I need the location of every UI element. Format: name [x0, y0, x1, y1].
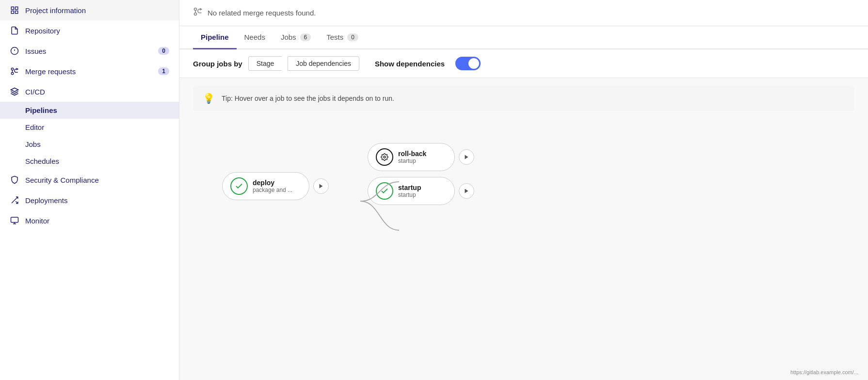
svg-point-8 [11, 72, 14, 75]
tabs-row: Pipeline Needs Jobs 6 Tests 0 [179, 26, 868, 49]
sidebar: Project information Repository Issues 0 … [0, 0, 179, 380]
sidebar-item-label: Merge requests [25, 67, 76, 76]
deploy-status-icon [230, 177, 248, 195]
sidebar-item-repository[interactable]: Repository [0, 20, 179, 41]
sidebar-sub-label: Editor [25, 123, 44, 131]
tab-jobs-label: Jobs [281, 33, 296, 41]
svg-marker-19 [465, 189, 468, 193]
rollback-stage: startup [398, 158, 426, 164]
job-node-startup: startup startup [368, 177, 455, 205]
sidebar-item-label: CI/CD [25, 88, 45, 96]
svg-point-15 [194, 13, 197, 16]
rollback-name: roll-back [398, 150, 426, 158]
sidebar-sub-label: Pipelines [25, 106, 57, 114]
tab-tests-badge: 0 [347, 33, 358, 41]
tip-box: 💡 Tip: Hover over a job to see the jobs … [193, 86, 854, 111]
right-column: roll-back startup st [368, 143, 474, 205]
sidebar-item-security-compliance[interactable]: Security & Compliance [0, 170, 179, 190]
tab-pipeline-label: Pipeline [201, 33, 229, 41]
sidebar-item-label: Security & Compliance [25, 176, 99, 184]
deployments-icon [10, 195, 19, 205]
svg-point-7 [11, 68, 14, 70]
rollback-play-button[interactable] [459, 149, 474, 165]
merge-requests-badge: 1 [158, 67, 169, 75]
controls-row: Group jobs by Stage Job dependencies Sho… [179, 49, 868, 78]
tip-text: Tip: Hover over a job to see the jobs it… [222, 95, 394, 102]
pipeline-diagram: deploy package and ... [222, 143, 854, 205]
sidebar-sub-item-editor[interactable]: Editor [0, 119, 179, 136]
job-node-deploy: deploy package and ... [222, 172, 309, 200]
issues-icon [10, 46, 19, 56]
sidebar-item-cicd[interactable]: CI/CD [0, 81, 179, 102]
startup-info: startup startup [398, 184, 421, 198]
tab-jobs-badge: 6 [300, 33, 311, 41]
svg-rect-3 [16, 11, 18, 14]
startup-play-button[interactable] [459, 183, 474, 199]
pipeline-area: deploy package and ... [179, 119, 868, 380]
rollback-info: roll-back startup [398, 150, 426, 164]
startup-stage: startup [398, 191, 421, 198]
job-dependencies-button[interactable]: Job dependencies [288, 56, 359, 71]
deploy-play-button[interactable] [313, 178, 329, 194]
monitor-icon [10, 216, 19, 225]
deploy-stage: package and ... [253, 187, 292, 193]
startup-row: startup startup [368, 177, 474, 205]
sidebar-item-label: Monitor [25, 217, 49, 225]
issues-badge: 0 [158, 47, 169, 55]
sidebar-sub-label: Jobs [25, 140, 41, 148]
show-dependencies-toggle[interactable]: ✓ [455, 57, 481, 70]
tab-pipeline[interactable]: Pipeline [193, 26, 237, 49]
merge-banner-icon [193, 7, 203, 19]
sidebar-sub-item-pipelines[interactable]: Pipelines [0, 102, 179, 119]
svg-point-17 [384, 156, 386, 158]
sidebar-item-project-information[interactable]: Project information [0, 0, 179, 20]
merge-banner: No related merge requests found. [179, 0, 868, 26]
sidebar-item-issues[interactable]: Issues 0 [0, 41, 179, 61]
tip-icon: 💡 [203, 93, 215, 104]
svg-rect-11 [11, 217, 18, 222]
stage-button[interactable]: Stage [248, 56, 282, 71]
project-information-icon [10, 5, 19, 15]
svg-marker-18 [465, 155, 468, 159]
cicd-icon [10, 87, 19, 96]
startup-name: startup [398, 184, 421, 191]
tab-jobs[interactable]: Jobs 6 [273, 26, 319, 49]
security-compliance-icon [10, 175, 19, 185]
tab-needs-label: Needs [244, 33, 265, 41]
group-jobs-label: Group jobs by [193, 60, 242, 68]
tab-needs[interactable]: Needs [237, 26, 273, 49]
rollback-status-icon [376, 148, 393, 166]
sidebar-item-label: Deployments [25, 196, 68, 205]
sidebar-item-label: Project information [25, 6, 86, 15]
svg-rect-2 [11, 11, 14, 14]
deploy-name: deploy [253, 179, 292, 187]
sidebar-item-merge-requests[interactable]: Merge requests 1 [0, 61, 179, 81]
toggle-slider [455, 57, 481, 70]
tab-tests-label: Tests [326, 33, 343, 41]
svg-point-14 [194, 8, 197, 11]
sidebar-item-monitor[interactable]: Monitor [0, 210, 179, 231]
url-hint: https://gitlab.example.com/... [790, 369, 858, 375]
startup-status-icon [376, 182, 393, 200]
merge-requests-icon [10, 66, 19, 76]
svg-rect-1 [16, 7, 18, 9]
show-dependencies-label: Show dependencies [375, 60, 445, 68]
sidebar-sub-label: Schedules [25, 157, 59, 165]
sidebar-item-deployments[interactable]: Deployments [0, 190, 179, 210]
sidebar-item-label: Repository [25, 27, 60, 35]
sidebar-item-label: Issues [25, 47, 46, 55]
repository-icon [10, 26, 19, 35]
svg-marker-16 [320, 184, 323, 189]
deploy-info: deploy package and ... [253, 179, 292, 193]
rollback-row: roll-back startup [368, 143, 474, 171]
sidebar-sub-item-schedules[interactable]: Schedules [0, 153, 179, 170]
svg-rect-0 [11, 7, 14, 9]
sidebar-sub-item-jobs[interactable]: Jobs [0, 136, 179, 153]
merge-banner-text: No related merge requests found. [208, 9, 316, 17]
job-node-rollback: roll-back startup [368, 143, 455, 171]
main-content: No related merge requests found. Pipelin… [179, 0, 868, 380]
tab-tests[interactable]: Tests 0 [319, 26, 366, 49]
